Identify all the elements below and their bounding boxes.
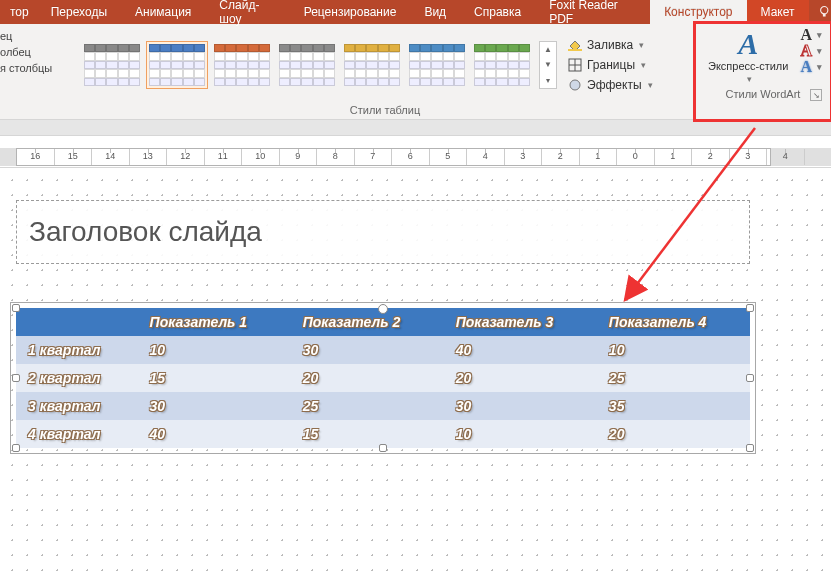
wordart-dialog-launcher[interactable]: ↘: [810, 89, 822, 101]
slide-data-table[interactable]: Показатель 1Показатель 2Показатель 3Пока…: [16, 308, 750, 448]
borders-icon: [567, 57, 583, 73]
table-cell[interactable]: 40: [444, 336, 597, 364]
table-header-1[interactable]: Показатель 1: [138, 308, 291, 336]
borders-button[interactable]: Границы▾: [563, 56, 657, 74]
table-style-thumb-3[interactable]: [276, 41, 338, 89]
title-placeholder-text: Заголовок слайда: [29, 216, 262, 248]
table-style-thumb-6[interactable]: [471, 41, 533, 89]
tab-review[interactable]: Рецензирование: [290, 0, 411, 24]
table-style-thumb-1[interactable]: [146, 41, 208, 89]
tab-help[interactable]: Справка: [460, 0, 535, 24]
table-style-thumb-4[interactable]: [341, 41, 403, 89]
horizontal-ruler[interactable]: [0, 136, 831, 168]
effects-label: Эффекты: [587, 78, 642, 92]
table-cell[interactable]: 30: [291, 336, 444, 364]
tab-view[interactable]: Вид: [410, 0, 460, 24]
ribbon: ец олбец я столбцы ▲▼▾ Заливка▾ Границы▾…: [0, 24, 831, 120]
table-style-gallery[interactable]: [81, 41, 533, 89]
table-style-thumb-5[interactable]: [406, 41, 468, 89]
group-label-wordart: Стили WordArt: [726, 86, 801, 103]
table-cell[interactable]: 25: [291, 392, 444, 420]
opt-frag-1[interactable]: ец: [0, 30, 71, 42]
row-label[interactable]: 3 квартал: [16, 392, 138, 420]
tab-fragment-left: тор: [0, 0, 37, 24]
table-header-3[interactable]: Показатель 3: [444, 308, 597, 336]
tab-layout[interactable]: Макет: [747, 0, 809, 24]
table-row[interactable]: 1 квартал10304010: [16, 336, 750, 364]
bucket-icon: [567, 37, 583, 53]
rotate-handle[interactable]: [378, 304, 388, 314]
svg-point-0: [820, 7, 827, 14]
resize-handle-se[interactable]: [746, 444, 754, 452]
table-cell[interactable]: 20: [291, 364, 444, 392]
wordart-quick-styles-label: Экспресс-стили: [708, 60, 788, 72]
wordart-big-a-icon: A: [738, 30, 758, 58]
tab-designer[interactable]: Конструктор: [650, 0, 746, 24]
shading-button[interactable]: Заливка▾: [563, 36, 657, 54]
ribbon-tab-strip: тор Переходы Анимация Слайд-шоу Рецензир…: [0, 0, 831, 24]
resize-handle-w[interactable]: [12, 374, 20, 382]
tab-slideshow[interactable]: Слайд-шоу: [205, 0, 289, 24]
effects-icon: [567, 77, 583, 93]
resize-handle-sw[interactable]: [12, 444, 20, 452]
svg-rect-1: [822, 14, 825, 17]
table-cell[interactable]: 40: [138, 420, 291, 448]
resize-handle-nw[interactable]: [12, 304, 20, 312]
row-label[interactable]: 1 квартал: [16, 336, 138, 364]
svg-point-6: [570, 80, 580, 90]
opt-frag-2[interactable]: олбец: [0, 46, 71, 58]
table-cell[interactable]: 10: [138, 336, 291, 364]
ribbon-left-fragment: ец олбец я столбцы: [0, 24, 75, 119]
table-cell[interactable]: 25: [597, 364, 750, 392]
table-cell[interactable]: 30: [444, 392, 597, 420]
table-row[interactable]: 3 квартал30253035: [16, 392, 750, 420]
slide-canvas[interactable]: Заголовок слайда Показатель 1Показатель …: [0, 168, 831, 576]
wordart-text-fill-button[interactable]: A▾: [800, 28, 822, 42]
shading-borders-effects: Заливка▾ Границы▾ Эффекты▾: [563, 36, 657, 94]
resize-handle-ne[interactable]: [746, 304, 754, 312]
table-style-thumb-2[interactable]: [211, 41, 273, 89]
table-cell[interactable]: 15: [138, 364, 291, 392]
borders-label: Границы: [587, 58, 635, 72]
svg-rect-2: [568, 49, 582, 51]
effects-button[interactable]: Эффекты▾: [563, 76, 657, 94]
tab-animation[interactable]: Анимация: [121, 0, 205, 24]
group-table-styles: ▲▼▾ Заливка▾ Границы▾ Эффекты▾ Стили таб…: [75, 24, 696, 119]
wordart-text-outline-button[interactable]: A▾: [800, 44, 822, 58]
tell-me-icon[interactable]: [817, 4, 831, 20]
table-header-2[interactable]: Показатель 2: [291, 308, 444, 336]
tab-foxit[interactable]: Foxit Reader PDF: [535, 0, 650, 24]
table-row[interactable]: 2 квартал15202025: [16, 364, 750, 392]
group-wordart-styles: A Экспресс-стили▾ A▾ A▾ A▾ Стили WordArt…: [696, 24, 831, 119]
row-label[interactable]: 2 квартал: [16, 364, 138, 392]
table-cell[interactable]: 30: [138, 392, 291, 420]
table-cell[interactable]: 10: [444, 420, 597, 448]
title-placeholder[interactable]: Заголовок слайда: [16, 200, 750, 264]
shading-label: Заливка: [587, 38, 633, 52]
resize-handle-s[interactable]: [379, 444, 387, 452]
table-object[interactable]: Показатель 1Показатель 2Показатель 3Пока…: [16, 308, 750, 448]
table-cell[interactable]: 10: [597, 336, 750, 364]
group-label-table-styles: Стили таблиц: [81, 102, 689, 119]
document-top-bar: [0, 120, 831, 136]
tab-transitions[interactable]: Переходы: [37, 0, 121, 24]
table-style-thumb-0[interactable]: [81, 41, 143, 89]
table-cell[interactable]: 20: [444, 364, 597, 392]
table-header-4[interactable]: Показатель 4: [597, 308, 750, 336]
table-cell[interactable]: 35: [597, 392, 750, 420]
resize-handle-e[interactable]: [746, 374, 754, 382]
row-label[interactable]: 4 квартал: [16, 420, 138, 448]
wordart-text-effects-button[interactable]: A▾: [800, 60, 822, 74]
gallery-more-button[interactable]: ▲▼▾: [539, 41, 557, 89]
opt-frag-3[interactable]: я столбцы: [0, 62, 71, 74]
table-cell[interactable]: 20: [597, 420, 750, 448]
table-header-0[interactable]: [16, 308, 138, 336]
table-cell[interactable]: 15: [291, 420, 444, 448]
wordart-quick-styles-button[interactable]: A Экспресс-стили▾: [704, 28, 792, 86]
